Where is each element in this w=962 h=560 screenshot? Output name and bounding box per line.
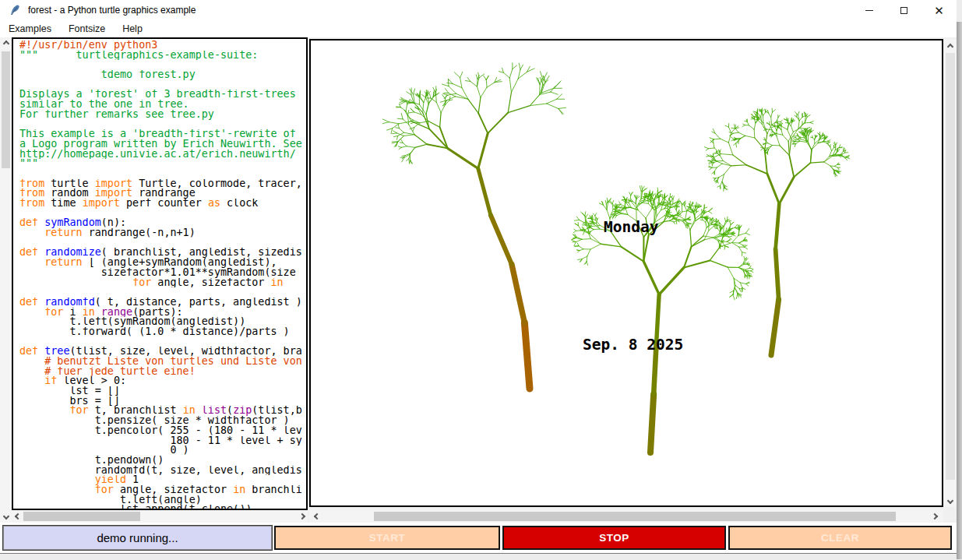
code-line <box>19 80 306 90</box>
code-line: t.pensize( size * widthfactor ) <box>19 416 306 426</box>
code-line: randomfd(t, size, level, angledis <box>19 466 306 476</box>
python-feather-icon <box>9 4 22 16</box>
code-editor[interactable]: #!/usr/bin/env python3""" turtlegraphics… <box>12 37 308 510</box>
canvas-vertical-scrollbar[interactable] <box>944 39 957 507</box>
code-line: for angle, sizefactor in branchli <box>19 485 306 495</box>
code-line <box>19 287 306 298</box>
code-line <box>19 169 306 179</box>
code-line: # benutzt Liste von turtles und Liste vo… <box>19 357 306 367</box>
code-line: Displays a 'forest' of 3 breadth-first-t… <box>19 90 306 100</box>
code-line: similar to the one in tree. <box>19 100 306 110</box>
scroll-right-button[interactable] <box>296 510 308 523</box>
turtle-canvas: MondaySep. 8 2025 <box>309 39 943 507</box>
code-line: yield 1 <box>19 475 306 485</box>
close-icon: ✕ <box>934 5 944 16</box>
code-line: """ turtlegraphics-example-suite: <box>19 51 306 61</box>
chevron-up-icon <box>947 44 953 50</box>
code-line <box>19 209 306 219</box>
code-line: This example is a 'breadth-first'-rewrit… <box>19 129 306 139</box>
window-shadow <box>957 22 962 559</box>
scroll-left-button[interactable] <box>311 510 323 523</box>
code-line <box>19 120 306 130</box>
code-line: for i in range(parts): <box>19 308 306 318</box>
code-line: lst.append(t.clone()) <box>19 505 306 510</box>
code-line: # fuer jede turtle eine! <box>19 367 306 377</box>
scroll-up-button[interactable] <box>0 37 12 50</box>
canvas-label: Sep. 8 2025 <box>583 336 683 354</box>
code-line: lst = [] <box>19 386 306 396</box>
code-line: sizefactor*1.01**symRandom(size <box>19 268 306 278</box>
chevron-left-icon <box>314 513 320 519</box>
menu-examples[interactable]: Examples <box>0 20 60 37</box>
code-line: from turtle import Turtle, colormode, tr… <box>19 179 306 189</box>
code-line: 0 ) <box>19 446 306 456</box>
code-line: if level > 0: <box>19 376 306 386</box>
main-area: #!/usr/bin/env python3""" turtlegraphics… <box>0 37 957 523</box>
scroll-down-button[interactable] <box>0 510 12 523</box>
chevron-down-icon <box>947 498 953 504</box>
code-line: brs = [] <box>19 396 306 407</box>
code-line: for angle, sizefactor in <box>19 278 306 288</box>
code-line: 180 - 11 * level + sy <box>19 436 306 446</box>
scroll-up-button[interactable] <box>944 41 957 53</box>
code-horizontal-scrollbar[interactable] <box>12 510 308 523</box>
code-line: tdemo_forest.py <box>19 70 306 80</box>
code-line: t.pendown() <box>19 456 306 466</box>
chevron-down-icon <box>2 513 9 519</box>
scroll-left-button[interactable] <box>12 510 23 523</box>
scroll-down-button[interactable] <box>944 495 957 507</box>
stop-button[interactable]: STOP <box>502 526 726 550</box>
window-title: forest - a Python turtle graphics exampl… <box>28 5 196 16</box>
chevron-left-icon <box>14 513 20 519</box>
app-window: forest - a Python turtle graphics exampl… <box>0 0 957 554</box>
code-line: t.forward( (1.0 * distance)/parts ) <box>19 327 306 337</box>
code-line: def symRandom(n): <box>19 218 306 228</box>
status-bar: demo running... START STOP CLEAR <box>0 523 957 553</box>
chevron-up-icon <box>2 41 9 47</box>
code-line: t.left(angle) <box>19 495 306 505</box>
canvas-horizontal-scrollbar[interactable] <box>309 510 943 523</box>
menu-fontsize[interactable]: Fontsize <box>60 20 114 37</box>
code-line: t.left(symRandom(angledist)) <box>19 317 306 327</box>
canvas-label: Monday <box>604 218 659 236</box>
code-line: For further remarks see tree.py <box>19 110 306 120</box>
code-vertical-scrollbar[interactable] <box>0 37 12 510</box>
scrollbar-corner <box>944 510 957 523</box>
code-line <box>19 337 306 347</box>
maximize-icon <box>900 7 907 14</box>
scroll-right-button[interactable] <box>929 510 941 523</box>
title-bar: forest - a Python turtle graphics exampl… <box>0 0 957 20</box>
close-button[interactable]: ✕ <box>921 0 957 20</box>
chevron-right-icon <box>298 513 305 519</box>
forest-drawing: MondaySep. 8 2025 <box>311 41 942 505</box>
scrollbar-thumb[interactable] <box>374 512 896 521</box>
scrollbar-thumb[interactable] <box>23 512 140 521</box>
code-text: #!/usr/bin/env python3""" turtlegraphics… <box>19 41 306 510</box>
code-line: from random import randrange <box>19 188 306 199</box>
code-line: def randomize( branchlist, angledist, si… <box>19 248 306 258</box>
code-line: t.pencolor( 255 - (180 - 11 * lev <box>19 426 306 436</box>
chevron-right-icon <box>932 513 938 519</box>
code-line: from time import perf_counter as clock <box>19 199 306 209</box>
menu-help[interactable]: Help <box>114 20 151 37</box>
code-line: def randomfd( t, distance, parts, angled… <box>19 298 306 308</box>
code-line: http://homepage.univie.ac.at/erich.neuwi… <box>19 150 306 160</box>
code-line <box>19 238 306 248</box>
code-line <box>19 60 306 70</box>
minimize-button[interactable] <box>851 0 886 20</box>
code-line: def tree(tlist, size, level, widthfactor… <box>19 347 306 357</box>
scrollbar-thumb[interactable] <box>2 51 10 168</box>
code-line: return randrange(-n,n+1) <box>19 228 306 238</box>
clear-button[interactable]: CLEAR <box>728 526 952 550</box>
status-message: demo running... <box>3 526 272 550</box>
scrollbar-thumb[interactable] <box>946 53 955 480</box>
code-line: """ <box>19 159 306 169</box>
maximize-button[interactable] <box>886 0 921 20</box>
code-line: #!/usr/bin/env python3 <box>19 41 306 51</box>
code-line: a Logo program written by Erich Neuwirth… <box>19 139 306 150</box>
start-button[interactable]: START <box>274 526 500 550</box>
menu-bar: Examples Fontsize Help <box>0 20 957 37</box>
minimize-icon <box>865 10 873 11</box>
code-line: return [ (angle+symRandom(angledist), <box>19 258 306 268</box>
code-line: for t, branchlist in list(zip(tlist,b <box>19 406 306 416</box>
